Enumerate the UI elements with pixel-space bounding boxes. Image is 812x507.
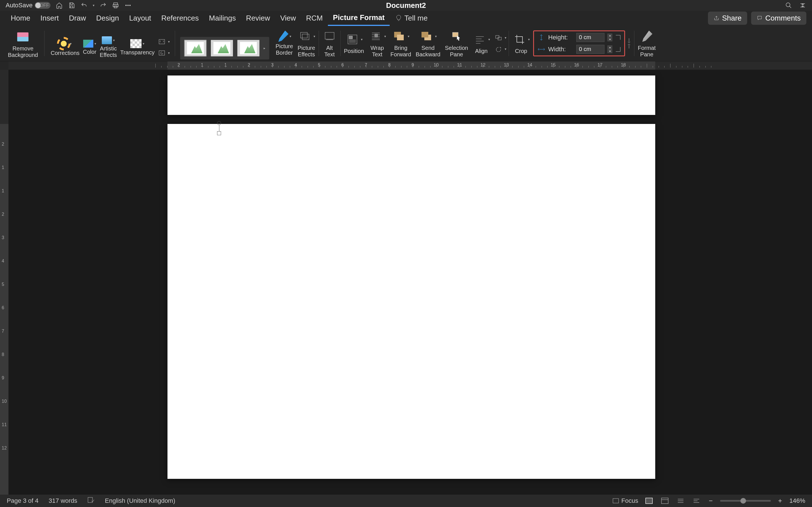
tab-mailings[interactable]: Mailings (204, 11, 241, 25)
svg-rect-10 (302, 34, 309, 40)
height-down[interactable]: ▾ (607, 38, 612, 41)
ruler-v-num: 5 (2, 282, 4, 287)
draft-view[interactable] (691, 497, 702, 505)
print-icon[interactable] (112, 2, 119, 9)
save-icon[interactable] (68, 2, 75, 9)
group-picture-styles: ▸ (177, 25, 272, 61)
tab-home[interactable]: Home (6, 11, 35, 25)
format-pane-button[interactable]: Format Pane (637, 28, 657, 59)
style-thumb-1[interactable] (184, 40, 207, 57)
height-up[interactable]: ▴ (607, 34, 612, 38)
share-button[interactable]: Share (708, 11, 747, 25)
position-button[interactable]: ▾ Position (343, 31, 365, 55)
picture-style-gallery[interactable]: ▸ (180, 37, 269, 59)
canvas[interactable] (8, 70, 812, 495)
home-icon[interactable] (56, 2, 63, 9)
group-button[interactable]: ▾ (493, 33, 506, 43)
rotation-handle[interactable] (217, 121, 221, 125)
focus-button[interactable]: Focus (612, 497, 638, 504)
svg-point-3 (126, 5, 126, 6)
language-indicator[interactable]: English (United Kingdom) (105, 497, 175, 504)
send-backward-label: Send Backward (416, 45, 441, 58)
remove-bg-label: Remove Background (8, 45, 38, 58)
alt-text-icon (322, 29, 337, 44)
reset-picture-button[interactable]: ▾ (157, 48, 170, 58)
artistic-label: Artistic Effects (100, 45, 117, 58)
selection-pane-button[interactable]: Selection Pane (444, 28, 469, 59)
arrange-small-buttons: ▾ ▾ (493, 33, 506, 54)
ruler-v-num: 12 (2, 446, 7, 451)
tab-references[interactable]: References (156, 11, 204, 25)
zoom-thumb[interactable] (741, 498, 746, 504)
tab-draw[interactable]: Draw (64, 11, 91, 25)
undo-icon[interactable] (80, 2, 88, 9)
statusbar: Page 3 of 4 317 words English (United Ki… (0, 495, 812, 507)
width-down[interactable]: ▾ (607, 49, 612, 53)
comments-button[interactable]: Comments (751, 11, 806, 25)
selection-handle[interactable] (217, 131, 221, 135)
outline-view[interactable] (675, 497, 686, 505)
zoom-out-button[interactable]: − (707, 497, 714, 504)
send-backward-button[interactable]: ▾ Send Backward (414, 28, 442, 59)
picture-effects-button[interactable]: ▾ Picture Effects (296, 28, 316, 59)
zoom-in-button[interactable]: + (776, 497, 784, 504)
zoom-slider[interactable] (720, 500, 771, 502)
width-input[interactable] (576, 45, 605, 54)
tab-layout[interactable]: Layout (124, 11, 156, 25)
autosave-toggle[interactable]: AutoSave OFF (6, 2, 50, 9)
ruler-horizontal[interactable]: 21123456789101112131415161718 (8, 61, 812, 70)
redo-icon[interactable] (100, 2, 107, 9)
position-icon (345, 32, 360, 47)
focus-icon (612, 498, 619, 504)
bring-forward-button[interactable]: ▾ Bring Forward (389, 28, 412, 59)
tab-insert[interactable]: Insert (35, 11, 64, 25)
adjust-small-buttons: ▾ ▾ (157, 37, 170, 58)
spellcheck-icon[interactable] (87, 497, 95, 505)
page-current[interactable] (167, 124, 655, 479)
picture-object[interactable] (217, 121, 221, 135)
height-input[interactable] (576, 33, 605, 42)
width-up[interactable]: ▴ (607, 45, 612, 49)
search-icon[interactable] (785, 2, 792, 9)
lightbulb-icon (395, 15, 402, 21)
ruler-v-num: 1 (2, 188, 4, 193)
tab-design[interactable]: Design (91, 11, 124, 25)
corrections-button[interactable]: ▾ Corrections (50, 38, 81, 57)
toggle-pill[interactable]: OFF (35, 2, 50, 9)
aspect-lock-icon[interactable] (626, 37, 632, 50)
tab-review[interactable]: Review (241, 11, 275, 25)
undo-dropdown[interactable]: ▾ (93, 3, 94, 7)
bring-forward-icon (392, 29, 407, 44)
alt-text-button[interactable]: Alt Text (321, 28, 338, 59)
rotate-button[interactable]: ▾ (493, 44, 506, 54)
color-button[interactable]: ▾ Color (82, 39, 98, 56)
ruler-vertical[interactable]: 21123456789101112 (0, 70, 8, 495)
web-layout-view[interactable] (660, 497, 670, 505)
selection-pane-icon (449, 29, 464, 44)
ribbon-toggle-icon[interactable] (799, 2, 806, 9)
transparency-button[interactable]: ▾ Transparency (119, 38, 156, 57)
crop-button[interactable]: ▾ Crop (511, 31, 531, 55)
compress-button[interactable]: ▾ (157, 37, 170, 47)
zoom-level[interactable]: 146% (790, 497, 805, 504)
page-indicator[interactable]: Page 3 of 4 (7, 497, 39, 504)
tell-me[interactable]: Tell me (395, 14, 427, 22)
titlebar-right (785, 2, 806, 9)
tab-rcm[interactable]: RCM (301, 11, 328, 25)
tab-picture-format[interactable]: Picture Format (328, 10, 390, 26)
word-count[interactable]: 317 words (49, 497, 78, 504)
picture-border-button[interactable]: ▾ Picture Border (274, 30, 294, 57)
page-prev-bottom[interactable] (167, 75, 655, 115)
align-button[interactable]: ▾ Align (471, 31, 491, 55)
artistic-effects-button[interactable]: ▾ Artistic Effects (99, 35, 118, 59)
separator (509, 31, 509, 56)
tab-view[interactable]: View (275, 11, 301, 25)
gallery-more-icon[interactable]: ▸ (264, 46, 265, 50)
more-icon[interactable] (124, 2, 132, 9)
remove-background-button[interactable]: Remove Background (7, 29, 39, 59)
print-layout-view[interactable] (644, 497, 654, 505)
chevron-down-icon: ▾ (528, 38, 530, 41)
style-thumb-3[interactable] (237, 40, 260, 57)
style-thumb-2[interactable] (211, 40, 233, 57)
wrap-text-button[interactable]: ▾ Wrap Text (367, 28, 387, 59)
